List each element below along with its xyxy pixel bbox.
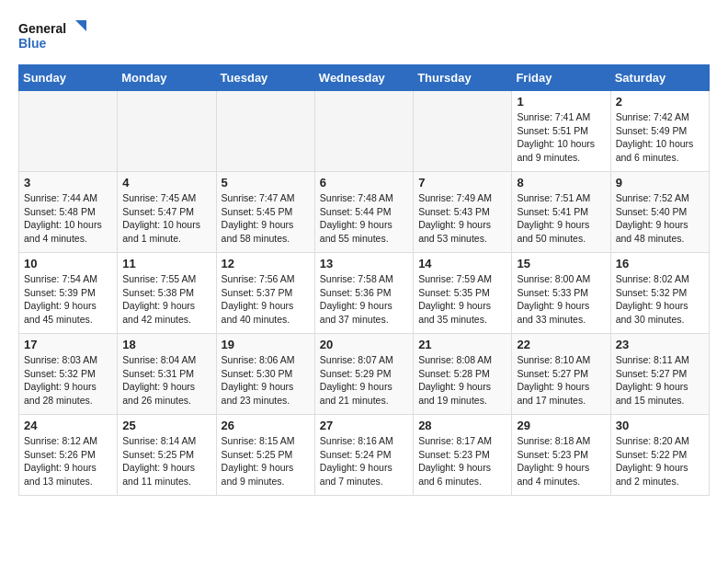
calendar-cell: 3Sunrise: 7:44 AM Sunset: 5:48 PM Daylig… (19, 172, 118, 253)
calendar-cell: 9Sunrise: 7:52 AM Sunset: 5:40 PM Daylig… (610, 172, 709, 253)
day-number: 7 (418, 176, 506, 190)
calendar-cell: 25Sunrise: 8:14 AM Sunset: 5:25 PM Dayli… (118, 415, 216, 496)
calendar-cell: 11Sunrise: 7:55 AM Sunset: 5:38 PM Dayli… (118, 253, 216, 334)
day-info: Sunrise: 7:54 AM Sunset: 5:39 PM Dayligh… (24, 272, 112, 327)
calendar-cell (216, 91, 314, 172)
calendar-cell: 5Sunrise: 7:47 AM Sunset: 5:45 PM Daylig… (216, 172, 314, 253)
logo: General Blue (18, 18, 92, 55)
weekday-header-row: SundayMondayTuesdayWednesdayThursdayFrid… (19, 65, 710, 91)
calendar-cell: 14Sunrise: 7:59 AM Sunset: 5:35 PM Dayli… (414, 253, 512, 334)
calendar-week-row: 24Sunrise: 8:12 AM Sunset: 5:26 PM Dayli… (19, 415, 710, 496)
day-info: Sunrise: 7:44 AM Sunset: 5:48 PM Dayligh… (24, 191, 112, 246)
calendar-cell: 12Sunrise: 7:56 AM Sunset: 5:37 PM Dayli… (216, 253, 314, 334)
calendar-cell: 30Sunrise: 8:20 AM Sunset: 5:22 PM Dayli… (610, 415, 709, 496)
calendar-cell: 28Sunrise: 8:17 AM Sunset: 5:23 PM Dayli… (414, 415, 512, 496)
day-number: 8 (517, 176, 605, 190)
day-info: Sunrise: 8:06 AM Sunset: 5:30 PM Dayligh… (222, 353, 310, 408)
day-info: Sunrise: 7:48 AM Sunset: 5:44 PM Dayligh… (320, 191, 408, 246)
day-number: 18 (122, 338, 210, 351)
day-info: Sunrise: 8:20 AM Sunset: 5:22 PM Dayligh… (616, 434, 704, 488)
calendar-cell: 22Sunrise: 8:10 AM Sunset: 5:27 PM Dayli… (512, 334, 610, 415)
svg-text:Blue: Blue (18, 36, 47, 51)
day-number: 3 (24, 176, 112, 190)
day-number: 28 (418, 419, 506, 432)
day-info: Sunrise: 8:00 AM Sunset: 5:33 PM Dayligh… (517, 272, 605, 327)
weekday-header: Saturday (610, 65, 709, 91)
weekday-header: Tuesday (216, 65, 314, 91)
weekday-header: Wednesday (314, 65, 413, 91)
calendar-cell: 21Sunrise: 8:08 AM Sunset: 5:28 PM Dayli… (414, 334, 512, 415)
day-number: 5 (222, 176, 310, 190)
day-info: Sunrise: 7:45 AM Sunset: 5:47 PM Dayligh… (122, 191, 210, 246)
calendar-cell (314, 91, 413, 172)
calendar-cell: 6Sunrise: 7:48 AM Sunset: 5:44 PM Daylig… (314, 172, 413, 253)
day-number: 22 (517, 338, 605, 351)
day-info: Sunrise: 7:52 AM Sunset: 5:40 PM Dayligh… (616, 191, 704, 246)
calendar-cell: 19Sunrise: 8:06 AM Sunset: 5:30 PM Dayli… (216, 334, 314, 415)
calendar-cell: 4Sunrise: 7:45 AM Sunset: 5:47 PM Daylig… (118, 172, 216, 253)
day-number: 6 (320, 176, 408, 190)
day-info: Sunrise: 7:42 AM Sunset: 5:49 PM Dayligh… (616, 110, 704, 165)
day-number: 10 (24, 257, 112, 270)
calendar-week-row: 1Sunrise: 7:41 AM Sunset: 5:51 PM Daylig… (19, 91, 710, 172)
svg-marker-2 (75, 20, 86, 31)
calendar-cell (414, 91, 512, 172)
calendar-cell (118, 91, 216, 172)
day-number: 17 (24, 338, 112, 351)
day-info: Sunrise: 8:04 AM Sunset: 5:31 PM Dayligh… (122, 353, 210, 408)
weekday-header: Monday (118, 65, 216, 91)
day-number: 11 (122, 257, 210, 270)
calendar-cell: 18Sunrise: 8:04 AM Sunset: 5:31 PM Dayli… (118, 334, 216, 415)
day-number: 13 (320, 257, 408, 270)
day-info: Sunrise: 8:10 AM Sunset: 5:27 PM Dayligh… (517, 353, 605, 408)
calendar-cell: 16Sunrise: 8:02 AM Sunset: 5:32 PM Dayli… (610, 253, 709, 334)
day-number: 4 (122, 176, 210, 190)
calendar-table: SundayMondayTuesdayWednesdayThursdayFrid… (18, 64, 710, 496)
logo-svg: General Blue (18, 18, 92, 55)
day-info: Sunrise: 8:02 AM Sunset: 5:32 PM Dayligh… (616, 272, 704, 327)
day-info: Sunrise: 7:51 AM Sunset: 5:41 PM Dayligh… (517, 191, 605, 246)
calendar-cell: 15Sunrise: 8:00 AM Sunset: 5:33 PM Dayli… (512, 253, 610, 334)
calendar-cell: 7Sunrise: 7:49 AM Sunset: 5:43 PM Daylig… (414, 172, 512, 253)
weekday-header: Sunday (19, 65, 118, 91)
day-number: 1 (517, 95, 605, 109)
day-info: Sunrise: 7:59 AM Sunset: 5:35 PM Dayligh… (418, 272, 506, 327)
day-info: Sunrise: 7:47 AM Sunset: 5:45 PM Dayligh… (222, 191, 310, 246)
day-number: 19 (222, 338, 310, 351)
calendar-cell: 8Sunrise: 7:51 AM Sunset: 5:41 PM Daylig… (512, 172, 610, 253)
calendar-cell: 27Sunrise: 8:16 AM Sunset: 5:24 PM Dayli… (314, 415, 413, 496)
day-number: 24 (24, 419, 112, 432)
day-info: Sunrise: 8:18 AM Sunset: 5:23 PM Dayligh… (517, 434, 605, 488)
day-number: 23 (616, 338, 704, 351)
day-number: 2 (616, 95, 704, 109)
day-info: Sunrise: 8:12 AM Sunset: 5:26 PM Dayligh… (24, 434, 112, 488)
day-info: Sunrise: 8:14 AM Sunset: 5:25 PM Dayligh… (122, 434, 210, 488)
page-header: General Blue (18, 18, 710, 55)
calendar-cell: 2Sunrise: 7:42 AM Sunset: 5:49 PM Daylig… (610, 91, 709, 172)
day-number: 21 (418, 338, 506, 351)
calendar-cell: 24Sunrise: 8:12 AM Sunset: 5:26 PM Dayli… (19, 415, 118, 496)
day-info: Sunrise: 8:08 AM Sunset: 5:28 PM Dayligh… (418, 353, 506, 408)
day-info: Sunrise: 7:49 AM Sunset: 5:43 PM Dayligh… (418, 191, 506, 246)
weekday-header: Friday (512, 65, 610, 91)
calendar-week-row: 3Sunrise: 7:44 AM Sunset: 5:48 PM Daylig… (19, 172, 710, 253)
calendar-cell: 1Sunrise: 7:41 AM Sunset: 5:51 PM Daylig… (512, 91, 610, 172)
day-number: 30 (616, 419, 704, 432)
calendar-cell: 26Sunrise: 8:15 AM Sunset: 5:25 PM Dayli… (216, 415, 314, 496)
day-info: Sunrise: 7:41 AM Sunset: 5:51 PM Dayligh… (517, 110, 605, 165)
calendar-week-row: 10Sunrise: 7:54 AM Sunset: 5:39 PM Dayli… (19, 253, 710, 334)
day-info: Sunrise: 8:15 AM Sunset: 5:25 PM Dayligh… (222, 434, 310, 488)
calendar-body: 1Sunrise: 7:41 AM Sunset: 5:51 PM Daylig… (19, 91, 710, 496)
day-number: 9 (616, 176, 704, 190)
day-info: Sunrise: 8:16 AM Sunset: 5:24 PM Dayligh… (320, 434, 408, 488)
day-number: 26 (222, 419, 310, 432)
calendar-cell: 10Sunrise: 7:54 AM Sunset: 5:39 PM Dayli… (19, 253, 118, 334)
day-info: Sunrise: 8:17 AM Sunset: 5:23 PM Dayligh… (418, 434, 506, 488)
calendar-cell: 17Sunrise: 8:03 AM Sunset: 5:32 PM Dayli… (19, 334, 118, 415)
day-info: Sunrise: 8:03 AM Sunset: 5:32 PM Dayligh… (24, 353, 112, 408)
calendar-cell: 13Sunrise: 7:58 AM Sunset: 5:36 PM Dayli… (314, 253, 413, 334)
day-number: 25 (122, 419, 210, 432)
calendar-cell: 20Sunrise: 8:07 AM Sunset: 5:29 PM Dayli… (314, 334, 413, 415)
calendar-week-row: 17Sunrise: 8:03 AM Sunset: 5:32 PM Dayli… (19, 334, 710, 415)
day-number: 16 (616, 257, 704, 270)
